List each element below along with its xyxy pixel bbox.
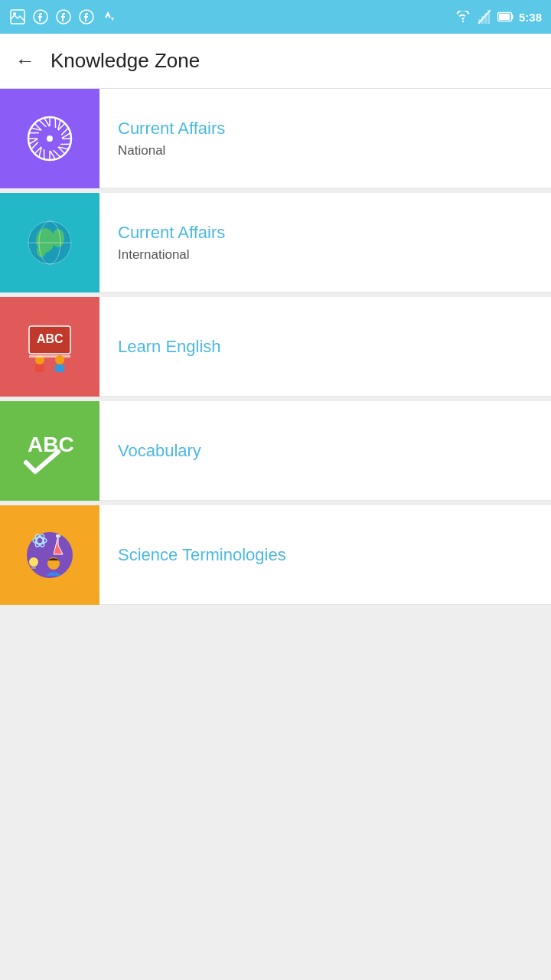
svg-point-14 (47, 136, 53, 142)
icon-vocabulary: ABC (0, 401, 99, 501)
list-item-science-terminologies[interactable]: Science Terminologies (0, 505, 551, 605)
svg-rect-50 (29, 355, 70, 358)
signal-icon (476, 8, 493, 25)
icon-current-affairs-national (0, 89, 99, 188)
back-button[interactable]: ← (15, 49, 35, 73)
strava-icon (101, 8, 118, 25)
svg-rect-12 (499, 14, 510, 20)
gallery-icon (9, 8, 26, 25)
list-item-learn-english[interactable]: ABC Learn English (0, 297, 551, 397)
svg-rect-49 (35, 364, 44, 372)
text-current-affairs-national: Current Affairs National (99, 119, 551, 158)
text-current-affairs-international: Current Affairs International (99, 223, 551, 263)
svg-point-41 (52, 229, 64, 247)
svg-rect-61 (31, 567, 36, 569)
knowledge-zone-list: Current Affairs National Current A (0, 89, 551, 605)
title-learn-english: Learn English (118, 337, 533, 357)
list-item-vocabulary[interactable]: ABC Vocabulary (0, 401, 551, 501)
svg-point-51 (55, 355, 64, 364)
page-title: Knowledge Zone (51, 49, 200, 73)
svg-rect-52 (55, 364, 64, 372)
svg-text:ABC: ABC (28, 433, 74, 456)
app-bar: ← Knowledge Zone (0, 34, 551, 89)
status-bar-left (9, 8, 118, 25)
icon-learn-english: ABC (0, 297, 99, 397)
svg-point-60 (29, 557, 38, 567)
facebook-icon-3 (78, 8, 95, 25)
status-bar: 5:38 (0, 0, 551, 34)
list-item-current-affairs-international[interactable]: Current Affairs International (0, 193, 551, 292)
text-learn-english: Learn English (99, 337, 551, 357)
text-science-terminologies: Science Terminologies (99, 545, 551, 565)
icon-science-terminologies (0, 505, 99, 605)
list-item-current-affairs-national[interactable]: Current Affairs National (0, 89, 551, 188)
time-display: 5:38 (519, 11, 542, 24)
facebook-icon-1 (32, 8, 49, 25)
subtitle-current-affairs-national: National (118, 143, 533, 158)
title-current-affairs-national: Current Affairs (118, 119, 533, 139)
svg-point-5 (462, 21, 464, 22)
svg-rect-59 (56, 534, 60, 537)
title-current-affairs-international: Current Affairs (118, 223, 533, 243)
wifi-icon (455, 8, 471, 25)
facebook-icon-2 (55, 8, 72, 25)
title-science-terminologies: Science Terminologies (118, 545, 533, 565)
title-vocabulary: Vocabulary (118, 441, 533, 461)
icon-current-affairs-international (0, 193, 99, 292)
battery-icon (497, 8, 514, 25)
status-bar-right: 5:38 (455, 8, 542, 25)
svg-text:ABC: ABC (37, 332, 64, 345)
text-vocabulary: Vocabulary (99, 441, 551, 461)
subtitle-current-affairs-international: International (118, 247, 533, 263)
